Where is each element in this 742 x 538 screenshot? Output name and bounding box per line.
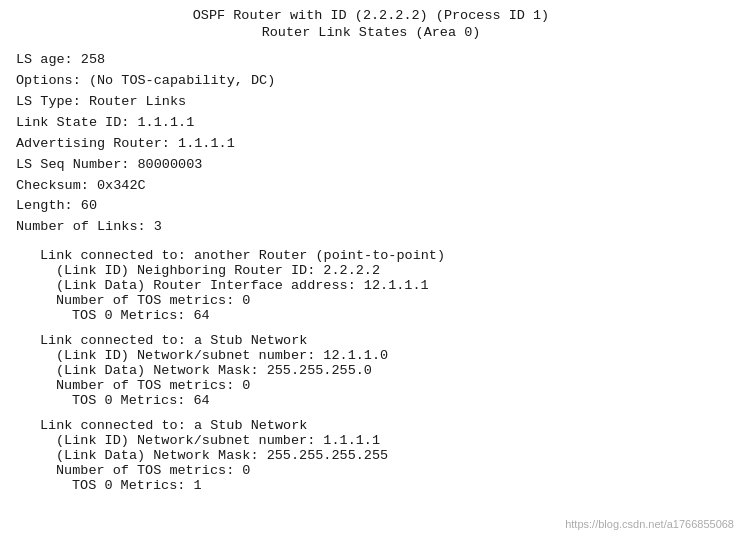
ls-age: LS age: 258	[16, 50, 726, 71]
link-description-2: Link connected to: a Stub Network	[16, 418, 726, 433]
tos-metrics-count-1: Number of TOS metrics: 0	[16, 378, 726, 393]
number-of-links: Number of Links: 3	[16, 217, 726, 238]
tos-metrics-count-0: Number of TOS metrics: 0	[16, 293, 726, 308]
options: Options: (No TOS-capability, DC)	[16, 71, 726, 92]
ospf-details: LS age: 258 Options: (No TOS-capability,…	[16, 50, 726, 238]
tos-metrics-count-2: Number of TOS metrics: 0	[16, 463, 726, 478]
link-section-1: Link connected to: a Stub Network(Link I…	[16, 333, 726, 408]
link-description-1: Link connected to: a Stub Network	[16, 333, 726, 348]
link-state-id: Link State ID: 1.1.1.1	[16, 113, 726, 134]
link-id-0: (Link ID) Neighboring Router ID: 2.2.2.2	[16, 263, 726, 278]
link-section-2: Link connected to: a Stub Network(Link I…	[16, 418, 726, 493]
link-id-2: (Link ID) Network/subnet number: 1.1.1.1	[16, 433, 726, 448]
ls-seq-number: LS Seq Number: 80000003	[16, 155, 726, 176]
link-description-0: Link connected to: another Router (point…	[16, 248, 726, 263]
link-data-2: (Link Data) Network Mask: 255.255.255.25…	[16, 448, 726, 463]
checksum: Checksum: 0x342C	[16, 176, 726, 197]
link-data-0: (Link Data) Router Interface address: 12…	[16, 278, 726, 293]
link-data-1: (Link Data) Network Mask: 255.255.255.0	[16, 363, 726, 378]
link-id-1: (Link ID) Network/subnet number: 12.1.1.…	[16, 348, 726, 363]
page-title: OSPF Router with ID (2.2.2.2) (Process I…	[16, 8, 726, 23]
link-section-0: Link connected to: another Router (point…	[16, 248, 726, 323]
length: Length: 60	[16, 196, 726, 217]
page-subtitle: Router Link States (Area 0)	[16, 25, 726, 40]
ls-type: LS Type: Router Links	[16, 92, 726, 113]
tos-value-2: TOS 0 Metrics: 1	[16, 478, 726, 493]
links-container: Link connected to: another Router (point…	[16, 248, 726, 493]
advertising-router: Advertising Router: 1.1.1.1	[16, 134, 726, 155]
watermark: https://blog.csdn.net/a1766855068	[565, 518, 734, 530]
tos-value-0: TOS 0 Metrics: 64	[16, 308, 726, 323]
tos-value-1: TOS 0 Metrics: 64	[16, 393, 726, 408]
